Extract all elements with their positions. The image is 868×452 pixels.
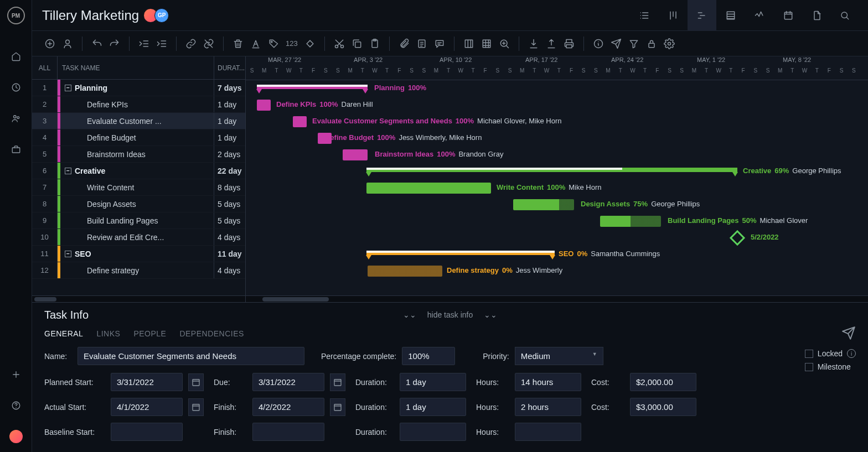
gantt-summary-bar[interactable] <box>257 85 368 89</box>
table-row[interactable]: 1−Planning7 days <box>32 80 245 96</box>
person-icon[interactable] <box>60 36 75 51</box>
hide-task-info-button[interactable]: hide task info <box>427 310 473 319</box>
baseline-finish-input[interactable] <box>252 423 324 441</box>
board-view-icon[interactable] <box>659 0 688 31</box>
baseline-start-input[interactable] <box>111 423 183 441</box>
table-row[interactable]: 5Brainstorm Ideas2 days <box>32 146 245 163</box>
sheet-view-icon[interactable] <box>716 0 745 31</box>
tab-general[interactable]: GENERAL <box>44 329 83 338</box>
due-input[interactable] <box>252 373 324 391</box>
pct-input[interactable] <box>402 347 455 365</box>
send-paper-plane-icon[interactable] <box>841 326 856 342</box>
calendar-icon[interactable] <box>188 373 204 391</box>
gantt-h-scrollbar[interactable] <box>246 295 868 302</box>
table-row[interactable]: 3Evaluate Customer ...1 day <box>32 113 245 129</box>
list-view-icon[interactable] <box>630 0 659 31</box>
gantt-task-bar[interactable] <box>513 199 574 210</box>
link-icon[interactable] <box>183 36 199 51</box>
table-row[interactable]: 6−Creative22 day <box>32 163 245 179</box>
gantt-task-bar[interactable] <box>600 216 661 227</box>
gantt-task-bar[interactable] <box>343 149 368 160</box>
table-row[interactable]: 12Define strategy4 days <box>32 262 245 279</box>
help-icon[interactable] <box>9 399 23 412</box>
print-icon[interactable] <box>561 36 577 51</box>
redo-icon[interactable] <box>107 36 122 51</box>
calendar-icon[interactable] <box>330 373 345 391</box>
dashboard-view-icon[interactable] <box>745 0 774 31</box>
table-row[interactable]: 11−SEO11 day <box>32 246 245 262</box>
undo-icon[interactable] <box>89 36 105 51</box>
col-all[interactable]: ALL <box>32 56 58 79</box>
cost-input[interactable] <box>630 373 696 391</box>
export-icon[interactable] <box>544 36 559 51</box>
recent-icon[interactable] <box>9 81 23 94</box>
gantt-task-bar[interactable] <box>368 266 442 277</box>
copy-icon[interactable] <box>349 36 365 51</box>
filter-icon[interactable] <box>626 36 642 51</box>
tag-icon[interactable] <box>266 36 281 51</box>
import-icon[interactable] <box>526 36 541 51</box>
planned-start-input[interactable] <box>111 373 183 391</box>
table-row[interactable]: 7Write Content8 days <box>32 179 245 196</box>
table-row[interactable]: 8Design Assets5 days <box>32 196 245 212</box>
cost-input[interactable] <box>630 398 696 416</box>
chevron-down-icon[interactable]: ⌄⌄ <box>403 310 416 319</box>
duration-input[interactable] <box>400 373 466 391</box>
columns-icon[interactable] <box>461 36 477 51</box>
briefcase-icon[interactable] <box>9 143 23 156</box>
gantt-task-bar[interactable] <box>366 183 491 194</box>
search-icon[interactable] <box>831 11 858 20</box>
baseline-duration-input[interactable] <box>400 423 466 441</box>
text-color-icon[interactable] <box>248 36 264 51</box>
tab-dependencies[interactable]: DEPENDENCIES <box>179 329 244 338</box>
note-icon[interactable] <box>414 36 430 51</box>
hours-input[interactable] <box>515 398 581 416</box>
actual-start-input[interactable] <box>111 398 183 416</box>
unlink-icon[interactable] <box>201 36 216 51</box>
add-icon[interactable] <box>9 368 23 381</box>
col-duration[interactable]: DURAT... <box>214 56 245 79</box>
user-avatar-icon[interactable] <box>9 430 23 443</box>
tab-links[interactable]: LINKS <box>96 329 120 338</box>
paste-icon[interactable] <box>367 36 383 51</box>
table-row[interactable]: 10Review and Edit Cre...4 days <box>32 229 245 246</box>
hours-input[interactable] <box>515 373 581 391</box>
milestone-icon[interactable] <box>302 36 318 51</box>
team-icon[interactable] <box>9 112 23 125</box>
files-view-icon[interactable] <box>803 0 831 31</box>
finish-input[interactable] <box>252 398 324 416</box>
collaborator-avatars[interactable]: GP <box>147 8 169 23</box>
table-row[interactable]: 4Define Budget1 day <box>32 129 245 146</box>
indent-icon[interactable] <box>154 36 169 51</box>
gantt-task-bar[interactable] <box>257 100 271 111</box>
avatar[interactable]: GP <box>154 8 169 23</box>
attachment-icon[interactable] <box>396 36 412 51</box>
calendar-icon[interactable] <box>330 398 345 416</box>
zoom-icon[interactable] <box>497 36 512 51</box>
grid-h-scrollbar[interactable] <box>32 295 245 302</box>
app-logo[interactable]: PM <box>7 7 25 24</box>
send-icon[interactable] <box>608 36 624 51</box>
delete-icon[interactable] <box>230 36 246 51</box>
info-icon[interactable]: i <box>847 349 856 358</box>
add-circle-icon[interactable] <box>42 36 58 51</box>
gantt-summary-bar[interactable] <box>366 251 555 255</box>
lock-icon[interactable] <box>644 36 659 51</box>
table-row[interactable]: 9Build Landing Pages5 days <box>32 212 245 229</box>
comment-icon[interactable] <box>432 36 447 51</box>
info-icon[interactable] <box>591 36 606 51</box>
outdent-icon[interactable] <box>136 36 152 51</box>
gantt-milestone[interactable] <box>730 230 745 246</box>
cut-icon[interactable] <box>332 36 347 51</box>
col-task-name[interactable]: TASK NAME <box>58 56 214 79</box>
baseline-hours-input[interactable] <box>515 423 581 441</box>
gantt-task-bar[interactable] <box>293 116 307 127</box>
grid-icon[interactable] <box>479 36 494 51</box>
locked-checkbox[interactable] <box>805 350 813 358</box>
milestone-checkbox[interactable] <box>805 363 813 371</box>
gantt-view-icon[interactable] <box>688 0 716 31</box>
priority-select[interactable]: Medium <box>515 347 603 365</box>
chevron-down-icon[interactable]: ⌄⌄ <box>484 310 497 319</box>
table-row[interactable]: 2Define KPIs1 day <box>32 96 245 113</box>
tab-people[interactable]: PEOPLE <box>133 329 166 338</box>
